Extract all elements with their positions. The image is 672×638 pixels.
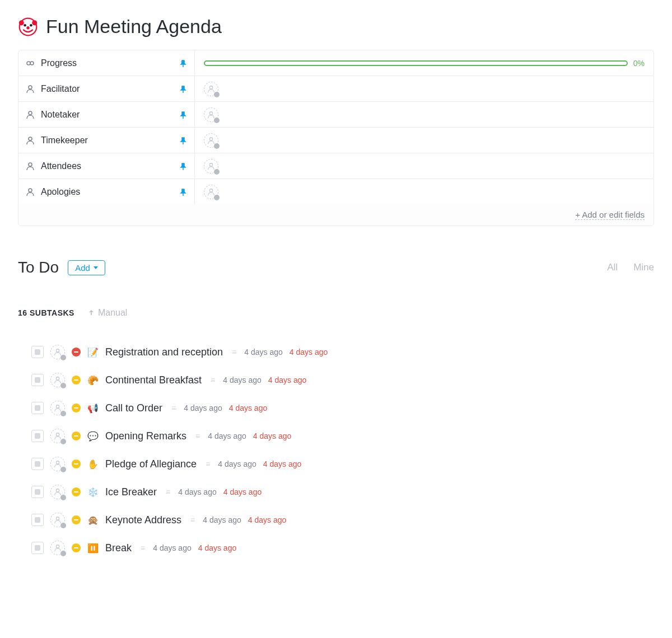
task-checkbox[interactable] xyxy=(31,486,44,498)
pin-icon[interactable] xyxy=(179,110,188,119)
drag-handle-icon[interactable]: ≡ xyxy=(138,543,146,552)
filter-all[interactable]: All xyxy=(607,262,618,273)
task-assignee-button[interactable] xyxy=(50,429,65,443)
pin-icon[interactable] xyxy=(179,85,188,93)
priority-icon[interactable] xyxy=(72,376,81,384)
task-name[interactable]: Keynote Address xyxy=(105,514,181,526)
pin-icon[interactable] xyxy=(179,187,188,196)
field-row-facilitator[interactable]: Facilitator xyxy=(18,76,654,102)
drag-handle-icon[interactable]: ≡ xyxy=(208,376,216,384)
task-assignee-button[interactable] xyxy=(50,373,65,387)
task-created-date: 4 days ago xyxy=(208,431,246,440)
assign-person-button[interactable] xyxy=(204,107,218,122)
task-row[interactable]: 🥐Continental Breakfast≡4 days ago4 days … xyxy=(31,366,654,394)
assign-person-button[interactable] xyxy=(204,82,218,96)
person-icon xyxy=(25,135,35,146)
task-due-date[interactable]: 4 days ago xyxy=(290,348,328,356)
field-row-notetaker[interactable]: Notetaker xyxy=(18,102,654,128)
task-assignee-button[interactable] xyxy=(50,485,65,499)
task-checkbox[interactable] xyxy=(31,430,44,442)
task-name[interactable]: Registration and reception xyxy=(105,346,223,358)
task-checkbox[interactable] xyxy=(31,402,44,414)
svg-point-13 xyxy=(209,137,212,140)
field-label: Timekeeper xyxy=(41,135,88,146)
task-created-date: 4 days ago xyxy=(244,348,283,356)
task-due-date[interactable]: 4 days ago xyxy=(229,404,268,412)
field-row-attendees[interactable]: Attendees xyxy=(18,153,654,179)
field-label: Facilitator xyxy=(41,84,80,94)
priority-icon[interactable] xyxy=(72,543,81,552)
svg-point-3 xyxy=(24,24,26,27)
page-title: Fun Meeting Agenda xyxy=(46,16,222,37)
task-due-date[interactable]: 4 days ago xyxy=(248,515,287,524)
drag-handle-icon[interactable]: ≡ xyxy=(193,431,201,440)
task-emoji-icon: 🙊 xyxy=(87,514,99,526)
task-row[interactable]: 💬Opening Remarks≡4 days ago4 days ago xyxy=(31,422,654,450)
drag-handle-icon[interactable]: ≡ xyxy=(203,459,211,468)
assign-person-button[interactable] xyxy=(204,185,218,199)
svg-point-22 xyxy=(56,461,59,464)
task-checkbox[interactable] xyxy=(31,458,44,470)
task-due-date[interactable]: 4 days ago xyxy=(253,431,292,440)
svg-point-20 xyxy=(56,405,59,408)
task-checkbox[interactable] xyxy=(31,374,44,386)
task-emoji-icon: 💬 xyxy=(87,430,99,442)
drag-handle-icon[interactable]: ≡ xyxy=(164,487,171,496)
assign-person-button[interactable] xyxy=(204,159,218,173)
svg-point-8 xyxy=(29,86,32,89)
priority-icon[interactable] xyxy=(72,404,81,412)
task-created-date: 4 days ago xyxy=(223,376,262,384)
field-row-timekeeper[interactable]: Timekeeper xyxy=(18,128,654,153)
add-edit-fields-button[interactable]: + Add or edit fields xyxy=(575,210,645,220)
task-name[interactable]: Call to Order xyxy=(105,402,162,414)
field-label: Progress xyxy=(41,58,77,68)
task-checkbox[interactable] xyxy=(31,514,44,526)
priority-icon[interactable] xyxy=(72,515,81,524)
field-row-progress[interactable]: Progress 0% xyxy=(18,50,654,76)
task-due-date[interactable]: 4 days ago xyxy=(223,487,262,496)
pin-icon[interactable] xyxy=(179,59,188,68)
task-assignee-button[interactable] xyxy=(50,513,65,527)
task-checkbox[interactable] xyxy=(31,542,44,554)
assign-person-button[interactable] xyxy=(204,133,218,148)
task-name[interactable]: Pledge of Allegiance xyxy=(105,458,197,470)
task-checkbox[interactable] xyxy=(31,346,44,358)
task-due-date[interactable]: 4 days ago xyxy=(263,459,302,468)
filter-mine[interactable]: Mine xyxy=(633,262,654,273)
task-due-date[interactable]: 4 days ago xyxy=(198,543,237,552)
task-row[interactable]: ⏸️Break≡4 days ago4 days ago xyxy=(31,534,654,562)
priority-icon[interactable] xyxy=(72,459,81,468)
priority-icon[interactable] xyxy=(72,348,81,356)
task-name[interactable]: Break xyxy=(105,542,132,554)
task-name[interactable]: Opening Remarks xyxy=(105,430,186,442)
task-row[interactable]: 📢Call to Order≡4 days ago4 days ago xyxy=(31,394,654,422)
svg-point-14 xyxy=(29,163,32,166)
priority-icon[interactable] xyxy=(72,487,81,496)
task-name[interactable]: Ice Breaker xyxy=(105,486,157,498)
task-row[interactable]: 🙊Keynote Address≡4 days ago4 days ago xyxy=(31,506,654,534)
task-due-date[interactable]: 4 days ago xyxy=(268,376,307,384)
svg-point-25 xyxy=(56,545,59,548)
field-row-apologies[interactable]: Apologies xyxy=(18,179,654,204)
task-assignee-button[interactable] xyxy=(50,457,65,471)
task-assignee-button[interactable] xyxy=(50,401,65,415)
task-row[interactable]: 📝Registration and reception≡4 days ago4 … xyxy=(31,338,654,366)
drag-handle-icon[interactable]: ≡ xyxy=(169,404,177,412)
task-emoji-icon: ✋ xyxy=(87,458,99,470)
task-row[interactable]: ✋Pledge of Allegiance≡4 days ago4 days a… xyxy=(31,450,654,478)
pin-icon[interactable] xyxy=(179,162,188,171)
task-assignee-button[interactable] xyxy=(50,541,65,555)
pin-icon[interactable] xyxy=(179,136,188,145)
task-name[interactable]: Continental Breakfast xyxy=(105,374,202,386)
priority-icon[interactable] xyxy=(72,431,81,440)
svg-point-17 xyxy=(209,189,212,191)
task-list: 📝Registration and reception≡4 days ago4 … xyxy=(18,338,654,562)
add-button[interactable]: Add xyxy=(68,260,105,275)
progress-bar[interactable] xyxy=(204,60,628,66)
drag-handle-icon[interactable]: ≡ xyxy=(230,348,237,356)
task-assignee-button[interactable] xyxy=(50,345,65,359)
drag-handle-icon[interactable]: ≡ xyxy=(188,515,196,524)
sort-button[interactable]: Manual xyxy=(88,308,127,318)
task-row[interactable]: ❄️Ice Breaker≡4 days ago4 days ago xyxy=(31,478,654,506)
task-created-date: 4 days ago xyxy=(203,515,241,524)
